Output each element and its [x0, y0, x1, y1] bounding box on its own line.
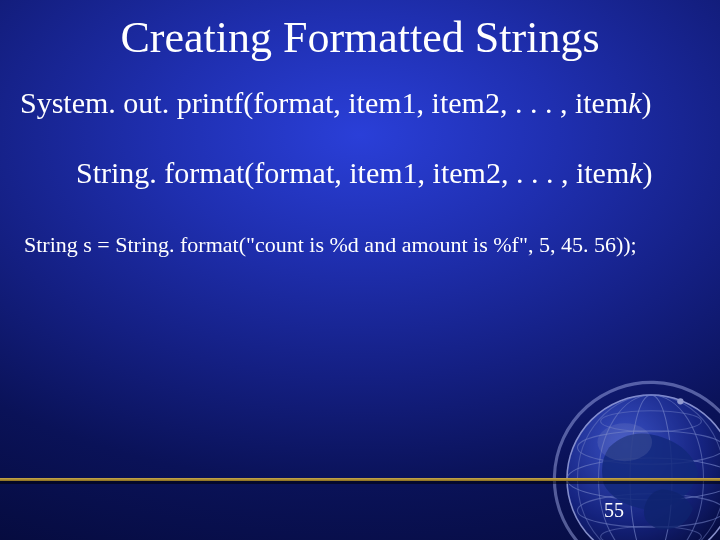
footer-divider — [0, 478, 720, 484]
code-line-printf: System. out. printf(format, item1, item2… — [20, 86, 652, 120]
page-number: 55 — [604, 499, 624, 522]
text-segment: System. out. printf(format, item1, item2… — [20, 86, 628, 119]
text-segment: ) — [643, 156, 653, 189]
slide: Creating Formatted Strings System. out. … — [0, 0, 720, 540]
slide-title: Creating Formatted Strings — [0, 12, 720, 63]
italic-k: k — [629, 156, 642, 189]
code-line-example: String s = String. format("count is %d a… — [24, 232, 637, 258]
code-line-stringformat: String. format(format, item1, item2, . .… — [76, 156, 653, 190]
svg-point-11 — [597, 423, 652, 461]
globe-icon — [546, 374, 720, 540]
text-segment: ) — [642, 86, 652, 119]
italic-k: k — [628, 86, 641, 119]
text-segment: String. format(format, item1, item2, . .… — [76, 156, 629, 189]
svg-point-12 — [677, 398, 683, 404]
